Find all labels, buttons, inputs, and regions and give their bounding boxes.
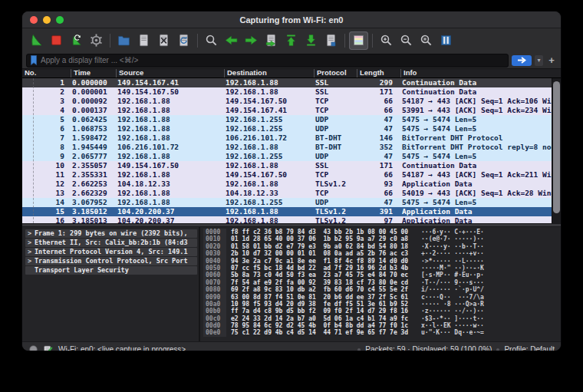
column-header-destination[interactable]: Destination xyxy=(224,69,314,77)
hex-offset: 0040 xyxy=(203,258,226,265)
start-capture-button[interactable] xyxy=(27,31,46,50)
hex-row-0090[interactable]: 009063 00 8d 87 f4 51 0e 81 20 b6 dd ee … xyxy=(203,294,561,301)
column-header-length[interactable]: Length xyxy=(357,69,400,77)
cell-time: 2.355331 xyxy=(71,170,116,180)
hex-row-0020[interactable]: 002001 58 01 bb d2 e7 79 e3 9b a0 62 84 … xyxy=(203,243,561,250)
detail-line[interactable]: >Ethernet II, Src: Calix_bb:2b:1b (84:d3 xyxy=(25,239,197,247)
add-filter-button[interactable]: + xyxy=(546,54,557,66)
cell-destination: 192.168.1.88 xyxy=(224,216,314,223)
hex-offset: 0020 xyxy=(203,243,226,250)
hex-bytes: 01 58 01 bb d2 e7 79 e3 9b a0 62 84 bd 5… xyxy=(231,243,413,250)
packet-row-7[interactable]: 71.598472192.168.1.88106.216.101.72BT-DH… xyxy=(22,133,552,143)
packet-row-10[interactable]: 102.355057149.154.167.50192.168.1.88SSL1… xyxy=(22,161,552,170)
filter-bar: ▾ + xyxy=(22,52,561,68)
expander-icon[interactable]: > xyxy=(28,257,35,265)
scrollbar-thumb[interactable] xyxy=(553,81,560,213)
hex-row-0070[interactable]: 00707f 54 af e9 2f fa 00 92 39 83 18 cf … xyxy=(203,279,561,286)
hex-row-0060[interactable]: 00605b 8a 73 c0 4d 50 f3 ea 23 a7 45 75 … xyxy=(203,272,561,278)
column-header-protocol[interactable]: Protocol xyxy=(314,69,357,77)
hex-offset: 00e0 xyxy=(203,329,226,336)
auto-scroll-button[interactable] xyxy=(321,31,341,50)
column-header-source[interactable]: Source xyxy=(116,69,224,77)
packet-row-6[interactable]: 61.068753192.168.1.88192.168.1.255UDP475… xyxy=(22,124,552,133)
zoom-original-button[interactable] xyxy=(417,31,436,50)
detail-line[interactable]: Transport Layer Security xyxy=(25,266,197,275)
go-to-packet-button[interactable] xyxy=(262,31,281,50)
packet-row-3[interactable]: 30.000092192.168.1.88149.154.167.50TCP66… xyxy=(22,97,552,106)
capture-options-button[interactable] xyxy=(87,31,106,50)
hex-row-0010[interactable]: 001001 1d 28 65 40 00 37 06 1b b2 95 9a … xyxy=(203,236,561,242)
expander-icon[interactable]: > xyxy=(28,229,35,238)
packet-row-15[interactable]: 153.185012104.20.200.37192.168.1.88TLSv1… xyxy=(22,207,552,216)
reload-file-button[interactable] xyxy=(174,31,193,50)
resize-columns-button[interactable] xyxy=(436,31,456,50)
column-header-time[interactable]: Time xyxy=(71,69,116,77)
hex-row-0040[interactable]: 004094 3e 2a c7 9c a1 8e ee f1 8f 4c f8 … xyxy=(203,258,561,265)
cell-info: BitTorrent DHT Protocol xyxy=(400,133,552,143)
go-to-bottom-button[interactable] xyxy=(301,31,321,50)
colorize-packets-button[interactable] xyxy=(349,31,368,50)
filter-history-caret[interactable]: ▾ xyxy=(535,55,543,66)
cell-info: 5475 → 5474 Len=5 xyxy=(400,115,552,124)
display-filter-input[interactable] xyxy=(41,56,506,64)
expander-icon[interactable]: > xyxy=(28,248,35,256)
hex-row-0050[interactable]: 005007 cc f5 bc 18 4d bd 22 ad 7f 29 16 … xyxy=(203,265,561,272)
zoom-in-button[interactable] xyxy=(377,31,396,50)
profile-selector[interactable]: Profile: Default xyxy=(504,345,555,351)
packet-row-4[interactable]: 40.000137192.168.1.88149.154.167.41TCP66… xyxy=(22,106,552,115)
restart-capture-icon xyxy=(70,34,83,47)
hex-row-00b0[interactable]: 00b0ff 7a d4 c8 9b d5 bb f2 09 f0 2f 14 … xyxy=(203,308,561,315)
hex-row-00c0[interactable]: 00c0e2 24 33 2d 14 2a b7 a0 5d 06 1a c4 … xyxy=(203,315,561,322)
go-to-top-button[interactable] xyxy=(282,31,301,50)
cell-destination: 192.168.1.255 xyxy=(224,198,314,207)
detail-line[interactable]: >Internet Protocol Version 4, Src: 149.1 xyxy=(25,248,197,256)
packet-row-11[interactable]: 112.355331192.168.1.88149.154.167.50TCP6… xyxy=(22,170,552,180)
cell-protocol: UDP xyxy=(314,198,357,207)
zoom-window-button[interactable] xyxy=(56,16,64,24)
apply-filter-button[interactable] xyxy=(512,55,532,66)
find-packet-button[interactable] xyxy=(202,31,221,50)
bookmark-icon[interactable] xyxy=(29,54,38,66)
packet-row-5[interactable]: 50.062425192.168.1.88192.168.1.255UDP475… xyxy=(22,115,552,124)
packet-list-scrollbar[interactable] xyxy=(552,78,561,223)
hex-row-0030[interactable]: 00302b 10 d7 32 00 00 01 01 08 0a ad a5 … xyxy=(203,250,561,257)
cell-length: 171 xyxy=(357,161,400,170)
restart-capture-button[interactable] xyxy=(67,31,86,50)
go-back-button[interactable] xyxy=(222,31,241,50)
packet-row-14[interactable]: 143.067952192.168.1.88192.168.1.255UDP47… xyxy=(22,198,552,207)
detail-line[interactable]: >Transmission Control Protocol, Src Port xyxy=(25,257,197,265)
zoom-out-button[interactable] xyxy=(397,31,416,50)
packet-row-13[interactable]: 132.662329192.168.1.88104.18.12.33TCP665… xyxy=(22,189,552,198)
hex-row-0000[interactable]: 0000f8 ff c2 36 b8 79 84 d3 43 bb 2b 1b … xyxy=(203,229,561,236)
packet-row-16[interactable]: 163.185013104.20.200.37192.168.1.88TLSv1… xyxy=(22,216,552,223)
save-file-button[interactable] xyxy=(134,31,153,50)
packet-row-12[interactable]: 122.662253104.18.12.33192.168.1.88TLSv1.… xyxy=(22,180,552,189)
cell-info: 5475 → 5474 Len=5 xyxy=(400,152,552,161)
stop-capture-button[interactable] xyxy=(47,31,66,50)
packet-row-1[interactable]: 10.000000149.154.167.41192.168.1.88SSL29… xyxy=(22,78,552,87)
ascii-bytes: c····Q·· ···7/\a xyxy=(421,294,484,301)
hex-row-0080[interactable]: 008069 2f a8 9c 83 10 db a2 fb 60 d6 70 … xyxy=(203,286,561,293)
go-forward-button[interactable] xyxy=(242,31,261,50)
cell-destination: 149.154.167.50 xyxy=(224,170,314,180)
packet-row-2[interactable]: 20.000001149.154.167.50192.168.1.88SSL17… xyxy=(22,87,552,97)
capture-comment-icon[interactable] xyxy=(43,344,54,352)
packet-row-9[interactable]: 92.065777192.168.1.88192.168.1.255UDP475… xyxy=(22,152,552,161)
expander-icon[interactable]: > xyxy=(28,239,35,247)
packet-row-8[interactable]: 81.945449106.216.101.72192.168.1.88BT-DH… xyxy=(22,143,552,152)
expert-info-icon[interactable] xyxy=(28,344,38,351)
column-header-no[interactable]: No. xyxy=(22,69,71,77)
column-header-info[interactable]: Info xyxy=(400,69,561,77)
open-file-button[interactable] xyxy=(114,31,133,50)
hex-row-00d0[interactable]: 00d078 95 84 6c 92 d2 45 4b 0f b4 8b dd … xyxy=(203,322,561,329)
packet-list-header: No.TimeSourceDestinationProtocolLengthIn… xyxy=(22,68,561,78)
cell-time: 0.062425 xyxy=(71,115,116,124)
hex-row-00a0[interactable]: 00a010 98 f5 93 d4 20 d9 38 fe df f5 51 … xyxy=(203,301,561,308)
detail-line[interactable]: >Frame 1: 299 bytes on wire (2392 bits), xyxy=(25,229,197,238)
close-file-button[interactable] xyxy=(154,31,173,50)
hex-row-00e0[interactable]: 00e075 c1 22 d9 4b c4 d5 14 44 71 ef 9e … xyxy=(203,329,561,336)
close-window-button[interactable] xyxy=(30,16,38,24)
capture-options-icon xyxy=(90,34,103,47)
cell-no: 4 xyxy=(22,106,71,115)
minimize-window-button[interactable] xyxy=(43,16,51,24)
